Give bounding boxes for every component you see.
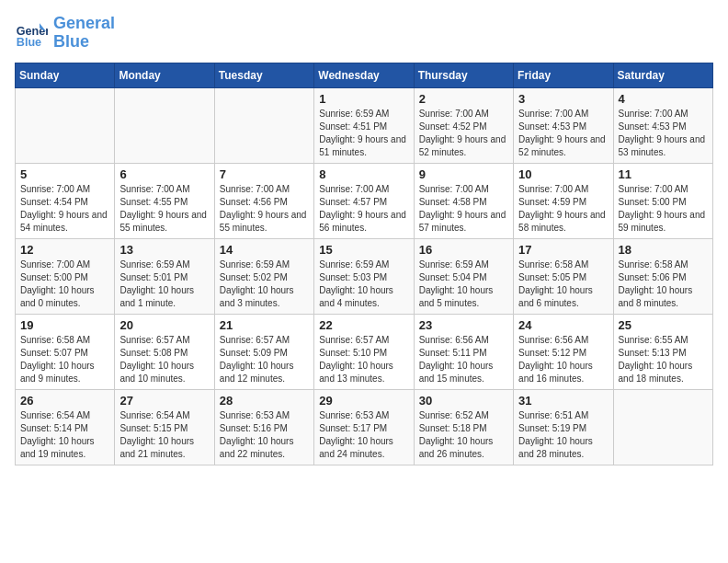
day-number: 18 <box>619 243 708 257</box>
calendar-cell: 19Sunrise: 6:58 AM Sunset: 5:07 PM Dayli… <box>16 314 115 389</box>
calendar-cell: 16Sunrise: 6:59 AM Sunset: 5:04 PM Dayli… <box>414 238 513 314</box>
dow-header-monday: Monday <box>115 63 214 87</box>
day-info: Sunrise: 6:57 AM Sunset: 5:10 PM Dayligh… <box>319 334 408 385</box>
day-info: Sunrise: 6:59 AM Sunset: 5:03 PM Dayligh… <box>319 259 408 310</box>
calendar-table: SundayMondayTuesdayWednesdayThursdayFrid… <box>15 63 713 465</box>
calendar-cell: 1Sunrise: 6:59 AM Sunset: 4:51 PM Daylig… <box>314 87 414 163</box>
day-info: Sunrise: 7:00 AM Sunset: 4:58 PM Dayligh… <box>419 183 508 235</box>
day-number: 22 <box>319 318 408 332</box>
day-number: 1 <box>319 92 408 106</box>
day-number: 4 <box>619 92 708 106</box>
calendar-cell: 8Sunrise: 7:00 AM Sunset: 4:57 PM Daylig… <box>314 163 414 238</box>
calendar-cell <box>115 87 214 163</box>
calendar-cell: 29Sunrise: 6:53 AM Sunset: 5:17 PM Dayli… <box>314 389 414 465</box>
day-number: 13 <box>119 243 209 257</box>
svg-text:Blue: Blue <box>17 35 41 48</box>
calendar-cell: 5Sunrise: 7:00 AM Sunset: 4:54 PM Daylig… <box>16 163 115 238</box>
calendar-cell: 31Sunrise: 6:51 AM Sunset: 5:19 PM Dayli… <box>514 389 613 465</box>
day-info: Sunrise: 6:54 AM Sunset: 5:15 PM Dayligh… <box>119 409 209 461</box>
dow-header-thursday: Thursday <box>414 63 513 87</box>
day-info: Sunrise: 6:59 AM Sunset: 5:02 PM Dayligh… <box>220 259 309 310</box>
day-info: Sunrise: 7:00 AM Sunset: 4:53 PM Dayligh… <box>619 108 708 159</box>
day-number: 26 <box>20 394 109 408</box>
day-number: 30 <box>419 394 508 408</box>
day-info: Sunrise: 6:53 AM Sunset: 5:16 PM Dayligh… <box>220 409 309 461</box>
calendar-cell: 17Sunrise: 6:58 AM Sunset: 5:05 PM Dayli… <box>514 238 613 314</box>
day-info: Sunrise: 6:58 AM Sunset: 5:06 PM Dayligh… <box>619 259 708 310</box>
calendar-cell: 11Sunrise: 7:00 AM Sunset: 5:00 PM Dayli… <box>613 163 712 238</box>
calendar-cell: 22Sunrise: 6:57 AM Sunset: 5:10 PM Dayli… <box>314 314 414 389</box>
calendar-cell: 12Sunrise: 7:00 AM Sunset: 5:00 PM Dayli… <box>16 238 115 314</box>
week-row-5: 26Sunrise: 6:54 AM Sunset: 5:14 PM Dayli… <box>16 389 713 465</box>
calendar-cell: 25Sunrise: 6:55 AM Sunset: 5:13 PM Dayli… <box>613 314 712 389</box>
day-number: 17 <box>518 243 608 257</box>
day-number: 16 <box>419 243 508 257</box>
day-number: 24 <box>518 318 608 332</box>
day-info: Sunrise: 6:58 AM Sunset: 5:05 PM Dayligh… <box>518 259 608 310</box>
day-number: 25 <box>619 318 708 332</box>
calendar-cell: 30Sunrise: 6:52 AM Sunset: 5:18 PM Dayli… <box>414 389 513 465</box>
day-info: Sunrise: 7:00 AM Sunset: 4:53 PM Dayligh… <box>518 108 608 159</box>
week-row-1: 1Sunrise: 6:59 AM Sunset: 4:51 PM Daylig… <box>16 87 713 163</box>
day-info: Sunrise: 6:59 AM Sunset: 5:01 PM Dayligh… <box>119 259 209 310</box>
day-number: 14 <box>220 243 309 257</box>
day-info: Sunrise: 6:56 AM Sunset: 5:12 PM Dayligh… <box>518 334 608 385</box>
day-info: Sunrise: 7:00 AM Sunset: 5:00 PM Dayligh… <box>20 259 109 310</box>
day-number: 2 <box>419 92 508 106</box>
calendar-cell: 7Sunrise: 7:00 AM Sunset: 4:56 PM Daylig… <box>214 163 313 238</box>
logo-text: GeneralBlue <box>53 15 115 52</box>
calendar-cell: 3Sunrise: 7:00 AM Sunset: 4:53 PM Daylig… <box>514 87 613 163</box>
day-number: 12 <box>20 243 109 257</box>
day-number: 21 <box>220 318 309 332</box>
day-info: Sunrise: 7:00 AM Sunset: 4:52 PM Dayligh… <box>419 108 508 159</box>
calendar-cell: 15Sunrise: 6:59 AM Sunset: 5:03 PM Dayli… <box>314 238 414 314</box>
calendar-cell <box>613 389 712 465</box>
day-info: Sunrise: 7:00 AM Sunset: 4:55 PM Dayligh… <box>119 183 209 235</box>
day-info: Sunrise: 7:00 AM Sunset: 4:57 PM Dayligh… <box>319 183 408 235</box>
calendar-cell: 27Sunrise: 6:54 AM Sunset: 5:15 PM Dayli… <box>115 389 214 465</box>
day-info: Sunrise: 6:59 AM Sunset: 5:04 PM Dayligh… <box>419 259 508 310</box>
day-info: Sunrise: 7:00 AM Sunset: 4:59 PM Dayligh… <box>518 183 608 235</box>
calendar-cell: 10Sunrise: 7:00 AM Sunset: 4:59 PM Dayli… <box>514 163 613 238</box>
day-info: Sunrise: 6:51 AM Sunset: 5:19 PM Dayligh… <box>518 409 608 461</box>
day-info: Sunrise: 6:59 AM Sunset: 4:51 PM Dayligh… <box>319 108 408 159</box>
day-info: Sunrise: 6:54 AM Sunset: 5:14 PM Dayligh… <box>20 409 109 461</box>
calendar-cell: 14Sunrise: 6:59 AM Sunset: 5:02 PM Dayli… <box>214 238 313 314</box>
calendar-cell: 9Sunrise: 7:00 AM Sunset: 4:58 PM Daylig… <box>414 163 513 238</box>
day-number: 19 <box>20 318 109 332</box>
calendar-cell: 4Sunrise: 7:00 AM Sunset: 4:53 PM Daylig… <box>613 87 712 163</box>
day-info: Sunrise: 6:57 AM Sunset: 5:08 PM Dayligh… <box>119 334 209 385</box>
day-info: Sunrise: 7:00 AM Sunset: 4:56 PM Dayligh… <box>220 183 309 235</box>
day-number: 6 <box>119 167 209 181</box>
logo-icon: General Blue <box>15 17 48 50</box>
dow-header-wednesday: Wednesday <box>314 63 414 87</box>
day-of-week-row: SundayMondayTuesdayWednesdayThursdayFrid… <box>16 63 713 87</box>
day-info: Sunrise: 6:57 AM Sunset: 5:09 PM Dayligh… <box>220 334 309 385</box>
week-row-2: 5Sunrise: 7:00 AM Sunset: 4:54 PM Daylig… <box>16 163 713 238</box>
day-number: 27 <box>119 394 209 408</box>
logo: General Blue GeneralBlue <box>15 15 115 52</box>
day-number: 7 <box>220 167 309 181</box>
day-number: 20 <box>119 318 209 332</box>
day-number: 8 <box>319 167 408 181</box>
day-number: 15 <box>319 243 408 257</box>
day-number: 28 <box>220 394 309 408</box>
day-number: 29 <box>319 394 408 408</box>
calendar-cell <box>214 87 313 163</box>
calendar-cell <box>16 87 115 163</box>
day-info: Sunrise: 6:55 AM Sunset: 5:13 PM Dayligh… <box>619 334 708 385</box>
day-number: 31 <box>518 394 608 408</box>
dow-header-friday: Friday <box>514 63 613 87</box>
day-info: Sunrise: 6:58 AM Sunset: 5:07 PM Dayligh… <box>20 334 109 385</box>
week-row-4: 19Sunrise: 6:58 AM Sunset: 5:07 PM Dayli… <box>16 314 713 389</box>
day-number: 9 <box>419 167 508 181</box>
day-info: Sunrise: 6:52 AM Sunset: 5:18 PM Dayligh… <box>419 409 508 461</box>
calendar-cell: 23Sunrise: 6:56 AM Sunset: 5:11 PM Dayli… <box>414 314 513 389</box>
day-info: Sunrise: 6:53 AM Sunset: 5:17 PM Dayligh… <box>319 409 408 461</box>
calendar-cell: 26Sunrise: 6:54 AM Sunset: 5:14 PM Dayli… <box>16 389 115 465</box>
calendar-cell: 2Sunrise: 7:00 AM Sunset: 4:52 PM Daylig… <box>414 87 513 163</box>
calendar-cell: 13Sunrise: 6:59 AM Sunset: 5:01 PM Dayli… <box>115 238 214 314</box>
day-info: Sunrise: 6:56 AM Sunset: 5:11 PM Dayligh… <box>419 334 508 385</box>
day-number: 11 <box>619 167 708 181</box>
day-number: 5 <box>20 167 109 181</box>
